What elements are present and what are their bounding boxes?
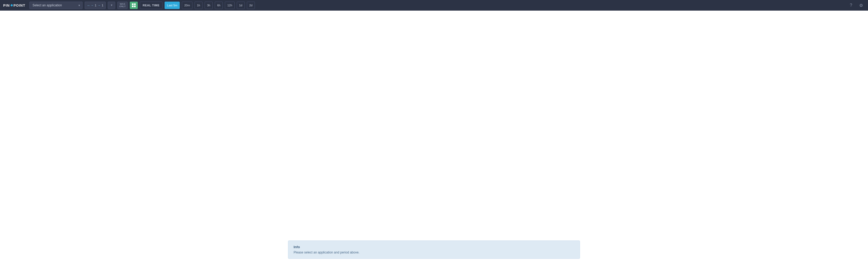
logo-dot-icon (11, 4, 13, 6)
gear-icon: ⚙ (859, 3, 863, 8)
info-title: Info (293, 245, 575, 249)
settings-button[interactable]: ⚙ (857, 2, 865, 9)
arrow-right-icon: → (91, 3, 94, 7)
svg-rect-1 (134, 3, 136, 5)
svg-rect-3 (134, 6, 136, 7)
arrow-right-icon-2: → (97, 3, 101, 7)
svg-rect-2 (132, 6, 133, 7)
logo: PIN POINT (3, 3, 25, 7)
help-button[interactable]: ? (847, 2, 855, 9)
was-only-button[interactable]: WAS ONLY (117, 2, 127, 9)
app-select-dropdown[interactable]: Select an application (29, 2, 83, 9)
time-btn-1d[interactable]: 1d (237, 2, 245, 9)
svg-rect-0 (132, 3, 133, 5)
app-select-wrapper: Select an application ▼ (29, 2, 83, 9)
connections-dropdown-btn[interactable]: ▼ (108, 2, 115, 9)
time-btn-20m[interactable]: 20m (182, 2, 192, 9)
logo-point-text: POINT (13, 3, 26, 7)
dots-icon: ··· (87, 3, 89, 7)
time-btn-12h[interactable]: 12h (225, 2, 235, 9)
time-btn-2d[interactable]: 2d (247, 2, 255, 9)
time-btn-1h[interactable]: 1h (194, 2, 203, 9)
question-mark-icon: ? (850, 3, 852, 8)
time-btn-last5m[interactable]: Last 5m (164, 2, 180, 9)
main-content: Info Please select an application and pe… (0, 11, 868, 280)
only-label: ONLY (119, 5, 126, 8)
info-message: Please select an application and period … (293, 251, 575, 254)
connections-button[interactable]: ··· → 1 → 1 (85, 2, 106, 9)
real-time-button[interactable]: REAL TIME (140, 2, 163, 9)
info-box: Info Please select an application and pe… (288, 241, 580, 259)
time-btn-6h[interactable]: 6h (215, 2, 223, 9)
navbar-right-actions: ? ⚙ (847, 2, 865, 9)
info-box-wrapper: Info Please select an application and pe… (288, 241, 580, 259)
connection-count-1: 1 (95, 4, 96, 7)
dropdown-arrow-icon: ▼ (110, 4, 113, 7)
grid-view-button[interactable] (130, 2, 138, 9)
connection-count-2: 1 (102, 4, 103, 7)
time-btn-3h[interactable]: 3h (205, 2, 213, 9)
top-navbar: PIN POINT Select an application ▼ ··· → … (0, 0, 868, 11)
logo-pin-text: PIN (3, 3, 10, 7)
grid-icon (132, 3, 136, 7)
